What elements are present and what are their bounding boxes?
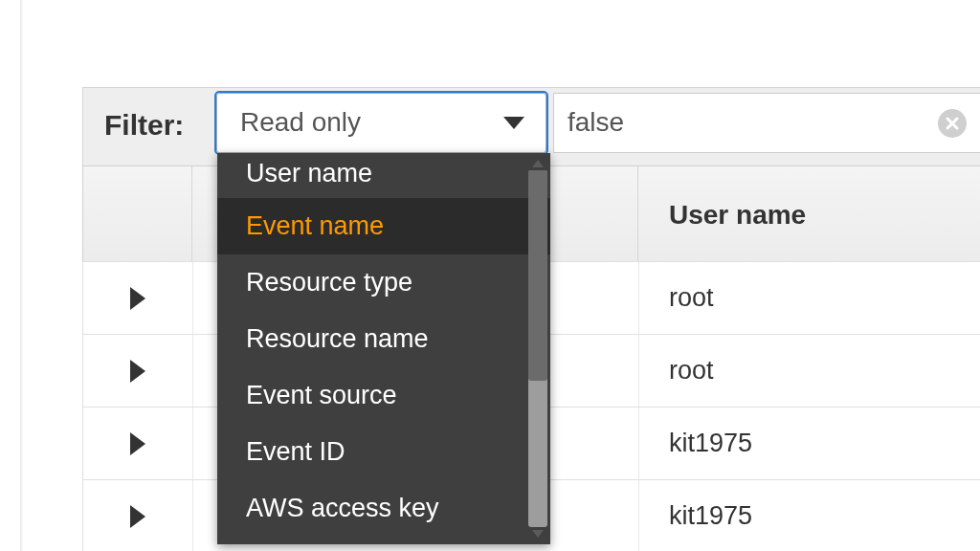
expand-row-button[interactable]: [83, 335, 193, 407]
filter-attribute-value: Read only: [240, 107, 361, 138]
dropdown-option-resource-name[interactable]: Resource name: [217, 311, 550, 367]
cell-text: kit1975: [669, 501, 752, 531]
table-cell-user-name: root: [638, 262, 980, 334]
caret-right-icon: [130, 287, 145, 310]
dropdown-option-aws-access-key[interactable]: AWS access key: [217, 480, 550, 537]
expand-row-button[interactable]: [83, 262, 193, 334]
scroll-down-icon[interactable]: [528, 527, 547, 540]
column-header-label: User name: [669, 200, 806, 231]
filter-attribute-dropdown[interactable]: Read only: [216, 93, 546, 153]
app-canvas: Filter: Read only false User name root: [0, 0, 980, 551]
cell-text: kit1975: [669, 429, 752, 458]
dropdown-scrollbar[interactable]: [528, 157, 547, 540]
table-cell-user-name: root: [638, 335, 980, 407]
scroll-up-icon[interactable]: [528, 157, 547, 170]
dropdown-option-event-name[interactable]: Event name: [217, 198, 550, 254]
caret-right-icon: [130, 360, 145, 383]
filter-value-text: false: [568, 107, 624, 138]
dropdown-option-resource-type[interactable]: Resource type: [217, 254, 550, 311]
dropdown-option-event-source[interactable]: Event source: [217, 367, 550, 424]
table-header-user-name[interactable]: User name: [638, 166, 980, 261]
table-header-expand-col: [83, 166, 192, 261]
table-cell-user-name: kit1975: [638, 480, 980, 551]
dropdown-option-user-name[interactable]: User name: [217, 157, 550, 198]
caret-right-icon: [130, 432, 145, 455]
dropdown-option-event-id[interactable]: Event ID: [217, 424, 550, 480]
scrollbar-thumb[interactable]: [528, 170, 547, 381]
expand-row-button[interactable]: [83, 408, 193, 479]
clear-icon[interactable]: [938, 109, 967, 138]
left-panel-edge: [20, 0, 23, 551]
cell-text: root: [669, 283, 714, 313]
table-cell-user-name: kit1975: [638, 408, 980, 479]
filter-attribute-dropdown-menu: User name Event name Resource type Resou…: [217, 153, 550, 544]
cell-text: root: [669, 356, 714, 386]
filter-value-input[interactable]: false: [553, 93, 980, 153]
filter-label: Filter:: [104, 109, 184, 142]
caret-right-icon: [130, 505, 145, 528]
expand-row-button[interactable]: [83, 480, 193, 551]
chevron-down-icon: [503, 117, 524, 129]
